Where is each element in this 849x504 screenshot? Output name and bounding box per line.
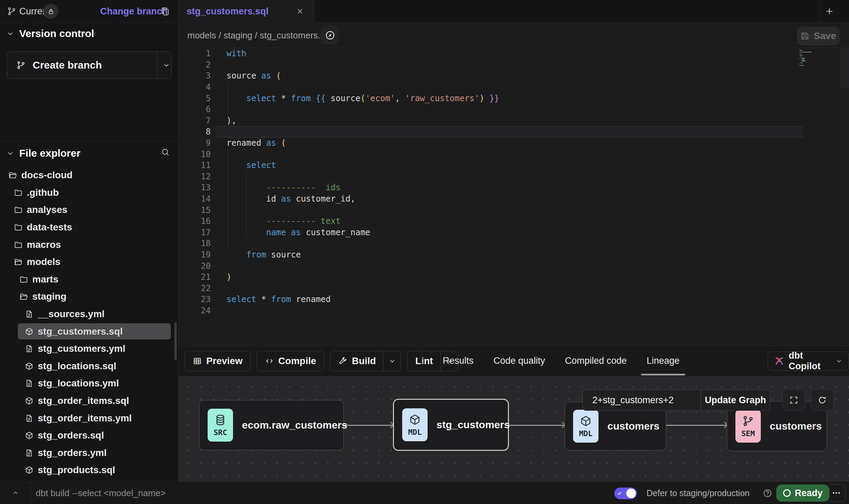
- file-item-stg_orders.yml[interactable]: stg_orders.yml: [0, 444, 178, 462]
- node-badge-mdl: MDL: [573, 410, 598, 443]
- file-label: staging: [32, 291, 67, 302]
- code-line-17[interactable]: 17 name as customer_name: [178, 227, 849, 238]
- code-line-6[interactable]: 6: [178, 104, 849, 115]
- copilot-compass-button[interactable]: [321, 26, 339, 45]
- file-item-stg_orders.sql[interactable]: stg_orders.sql: [0, 427, 178, 444]
- code-line-16[interactable]: 16 ---------- text: [178, 216, 849, 227]
- minimap-line: [804, 52, 805, 52]
- file-item-analyses[interactable]: analyses: [0, 201, 178, 219]
- badge-label: MDL: [408, 428, 422, 436]
- file-item-stg_customers.sql[interactable]: stg_customers.sql: [0, 323, 178, 340]
- build-dropdown[interactable]: [384, 351, 401, 371]
- editor-scrollbar[interactable]: [840, 48, 849, 88]
- code-line-20[interactable]: 20: [178, 260, 849, 272]
- minimap-line: [802, 59, 805, 59]
- semantic-icon: [742, 415, 754, 427]
- code-line-11[interactable]: 11 select: [178, 160, 849, 171]
- file-item-docs-cloud[interactable]: docs-cloud: [0, 167, 178, 184]
- file-item-marts[interactable]: marts: [0, 271, 178, 288]
- file-item-staging[interactable]: staging: [0, 288, 178, 305]
- sidebar-scrollbar[interactable]: [174, 322, 177, 360]
- status-bar: dbt build --select <model_name> Defer to…: [0, 481, 849, 504]
- file-item-data-tests[interactable]: data-tests: [0, 219, 178, 236]
- line-number: 4: [178, 82, 211, 92]
- file-label: stg_customers.yml: [38, 343, 125, 354]
- file-item-stg_products.sql[interactable]: stg_products.sql: [0, 461, 178, 479]
- code-line-24[interactable]: 24: [178, 305, 849, 316]
- code-line-2[interactable]: 2: [178, 59, 849, 71]
- code-line-7[interactable]: 7),: [178, 115, 849, 127]
- build-button[interactable]: Build: [330, 351, 401, 371]
- cube-icon: [409, 413, 421, 426]
- panel-tab-results[interactable]: Results: [443, 346, 474, 375]
- tab-stg-customers-sql[interactable]: stg_customers.sql: [178, 0, 314, 23]
- code-line-13[interactable]: 13 ---------- ids: [178, 182, 849, 193]
- refresh-button[interactable]: [811, 389, 834, 411]
- search-icon[interactable]: [161, 147, 170, 157]
- code-line-21[interactable]: 21): [178, 272, 849, 283]
- line-content: select: [226, 160, 276, 170]
- code-line-15[interactable]: 15: [178, 204, 849, 216]
- code-line-18[interactable]: 18: [178, 238, 849, 249]
- lineage-node-stg_customers[interactable]: MDLstg_customers: [393, 399, 509, 451]
- code-line-12[interactable]: 12: [178, 171, 849, 182]
- code-line-1[interactable]: 1with: [178, 48, 849, 59]
- code-line-10[interactable]: 10: [178, 148, 849, 160]
- code-line-22[interactable]: 22: [178, 283, 849, 294]
- file-item-macros[interactable]: macros: [0, 236, 178, 253]
- minimap-line: [802, 55, 803, 56]
- node-label: customers: [607, 420, 660, 432]
- file-tree: docs-cloud.githubanalysesdata-testsmacro…: [0, 167, 178, 479]
- version-control-title: Version control: [19, 28, 94, 39]
- folder-open-icon: [8, 171, 17, 180]
- code-line-8[interactable]: 8: [178, 126, 849, 137]
- panel-tab-lineage[interactable]: Lineage: [647, 346, 679, 375]
- code-line-23[interactable]: 23select * from renamed: [178, 294, 849, 305]
- ready-status-button[interactable]: Ready: [776, 484, 829, 502]
- lineage-selector-input[interactable]: 2+stg_customers+2: [583, 390, 701, 410]
- dbt-copilot-button[interactable]: dbt Copilot: [768, 351, 849, 371]
- model-file-icon: [25, 396, 34, 405]
- save-button[interactable]: Save: [797, 27, 839, 45]
- compile-button[interactable]: Compile: [257, 351, 324, 371]
- version-control-header[interactable]: Version control: [6, 26, 94, 41]
- code-line-5[interactable]: 5 select * from {{ source('ecom', 'raw_c…: [178, 93, 849, 104]
- lineage-edge: [344, 425, 393, 426]
- code-line-3[interactable]: 3source as (: [178, 70, 849, 82]
- lineage-node-ecom.raw_customers[interactable]: SRCecom.raw_customers: [199, 400, 344, 450]
- create-branch-button[interactable]: Create branch: [7, 51, 172, 79]
- more-options-button[interactable]: •••: [828, 484, 846, 502]
- code-line-4[interactable]: 4: [178, 82, 849, 93]
- file-explorer-header[interactable]: File explorer: [6, 146, 80, 161]
- copy-icon[interactable]: [160, 6, 170, 16]
- breadcrumb: models / staging / stg_customers.sql: [187, 23, 332, 48]
- help-icon[interactable]: [763, 488, 772, 498]
- preview-button[interactable]: Preview: [185, 351, 251, 371]
- command-input[interactable]: dbt build --select <model_name>: [36, 482, 166, 504]
- code-icon: [265, 356, 274, 366]
- file-item-stg_locations.yml[interactable]: stg_locations.yml: [0, 375, 178, 392]
- panel-tab-compiled-code[interactable]: Compiled code: [565, 346, 627, 375]
- defer-toggle[interactable]: [614, 488, 637, 499]
- change-branch-link[interactable]: Change branch: [100, 0, 168, 23]
- file-item-stg_customers.yml[interactable]: stg_customers.yml: [0, 340, 178, 358]
- file-item-stg_order_items.sql[interactable]: stg_order_items.sql: [0, 392, 178, 410]
- close-icon[interactable]: [296, 7, 304, 15]
- command-panel-expand[interactable]: [0, 482, 31, 504]
- file-item-models[interactable]: models: [0, 253, 178, 271]
- code-editor[interactable]: 1with23source as (45 select * from {{ so…: [178, 48, 849, 346]
- update-graph-button[interactable]: Update Graph: [701, 390, 770, 410]
- file-item-stg_locations.sql[interactable]: stg_locations.sql: [0, 358, 178, 375]
- file-item-__sources.yml[interactable]: __sources.yml: [0, 305, 178, 323]
- file-item-stg_order_items.yml[interactable]: stg_order_items.yml: [0, 409, 178, 427]
- new-tab-plus-icon[interactable]: [824, 6, 835, 16]
- code-line-14[interactable]: 14 id as customer_id,: [178, 193, 849, 205]
- fullscreen-button[interactable]: [782, 389, 805, 411]
- yaml-file-icon: [25, 448, 34, 457]
- code-line-9[interactable]: 9renamed as (: [178, 137, 849, 149]
- code-line-19[interactable]: 19 from source: [178, 249, 849, 261]
- chevron-down-icon: [6, 149, 14, 157]
- create-branch-dropdown[interactable]: [161, 52, 172, 79]
- file-item-.github[interactable]: .github: [0, 184, 178, 202]
- panel-tab-code-quality[interactable]: Code quality: [493, 346, 545, 375]
